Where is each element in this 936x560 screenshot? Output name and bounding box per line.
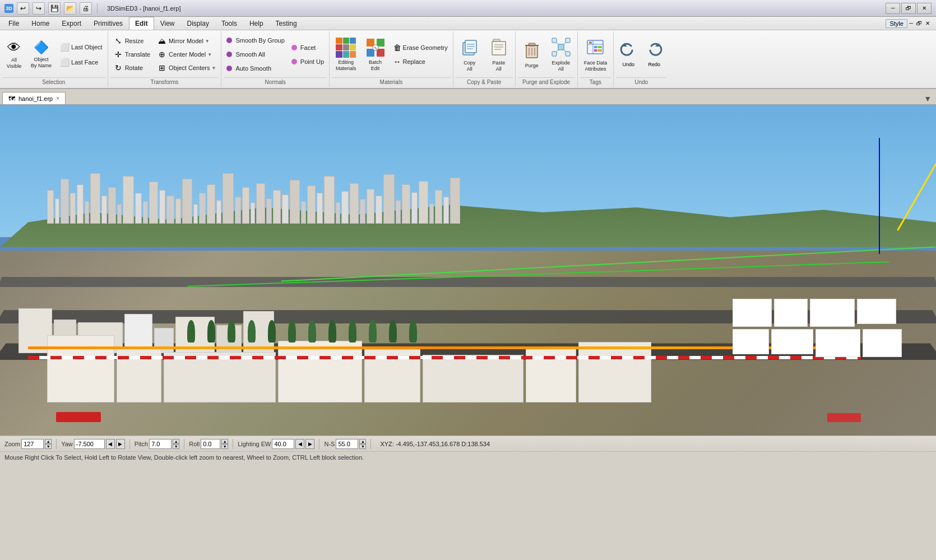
pitch-label: Pitch bbox=[135, 441, 148, 447]
undo-btn[interactable]: Undo bbox=[616, 33, 641, 76]
save-btn[interactable]: 💾 bbox=[48, 2, 61, 15]
orange-barrier bbox=[28, 346, 842, 349]
copy-all-btn[interactable]: CopyAll bbox=[456, 33, 484, 76]
facet-label: Facet bbox=[300, 44, 316, 51]
ns-input[interactable] bbox=[336, 439, 358, 449]
editing-materials-btn[interactable]: EditingMaterials bbox=[332, 33, 360, 76]
menu-primitives[interactable]: Primitives bbox=[87, 17, 129, 30]
facet-icon bbox=[291, 45, 297, 50]
menu-help[interactable]: Help bbox=[243, 17, 270, 30]
purge-btn[interactable]: Purge bbox=[518, 33, 546, 76]
smooth-by-group-icon bbox=[226, 38, 232, 43]
print-btn[interactable]: 🖨 bbox=[80, 2, 92, 15]
viewport[interactable] bbox=[0, 105, 936, 436]
back-btn[interactable]: ↩ bbox=[17, 2, 29, 15]
object-by-name-label: ObjectBy Name bbox=[31, 57, 52, 69]
last-face-icon: ⬜ bbox=[59, 58, 69, 67]
minimize-btn[interactable]: ─ bbox=[886, 3, 900, 14]
tab-close-btn[interactable]: × bbox=[56, 95, 59, 101]
transforms-group-label: Transforms bbox=[110, 77, 219, 86]
open-btn[interactable]: 📂 bbox=[64, 2, 76, 15]
style-restore[interactable]: 🗗 bbox=[915, 20, 924, 26]
style-minimize[interactable]: ─ bbox=[907, 20, 915, 26]
far-city bbox=[47, 164, 889, 224]
pitch-down[interactable]: ▼ bbox=[173, 444, 179, 449]
status-bar: Zoom ▲ ▼ Yaw ◀ ▶ Pitch ▲ ▼ Roll ▲ ▼ Ligh… bbox=[0, 436, 936, 451]
tags-group-label: Tags bbox=[580, 77, 611, 86]
pitch-input[interactable] bbox=[149, 439, 172, 449]
style-btn[interactable]: Style bbox=[886, 19, 907, 28]
roll-up[interactable]: ▲ bbox=[221, 439, 228, 444]
svg-rect-26 bbox=[566, 52, 570, 56]
translate-btn[interactable]: ✛ Translate bbox=[110, 48, 153, 61]
doc-tab[interactable]: 🗺 hanoi_f1.erp × bbox=[2, 92, 66, 104]
last-object-btn[interactable]: ⬜ Last Object bbox=[57, 40, 105, 53]
style-close[interactable]: ✕ bbox=[924, 20, 932, 26]
purge-label: Purge bbox=[525, 63, 539, 69]
mirror-label: Mirror Model bbox=[169, 38, 203, 44]
batch-edit-btn[interactable]: ✎ BatchEdit bbox=[362, 33, 390, 76]
menu-file[interactable]: File bbox=[2, 17, 25, 30]
zoom-field: Zoom ▲ ▼ bbox=[4, 439, 52, 449]
point-up-icon bbox=[291, 59, 297, 64]
yaw-input[interactable] bbox=[74, 439, 105, 449]
zoom-input[interactable] bbox=[21, 439, 44, 449]
rotate-btn[interactable]: ↻ Rotate bbox=[110, 62, 153, 75]
erase-geometry-btn[interactable]: 🗑 Erase Geometry bbox=[391, 41, 451, 54]
redo-btn[interactable]: Redo bbox=[642, 33, 666, 76]
all-visible-label: All Visible bbox=[7, 57, 21, 70]
smooth-all-btn[interactable]: Smooth All bbox=[224, 48, 287, 61]
auto-smooth-btn[interactable]: Auto Smooth bbox=[224, 62, 287, 75]
facet-btn[interactable]: Facet bbox=[289, 41, 327, 54]
transforms-col2: ⛰ Mirror Model ▼ ⊕ Center Model ▼ ⊞ Obje… bbox=[154, 33, 219, 76]
tab-bar: 🗺 hanoi_f1.erp × ▼ bbox=[0, 89, 936, 105]
ribbon-group-copypaste: CopyAll PasteAll Copy & Paste bbox=[453, 31, 516, 87]
roll-input[interactable] bbox=[201, 439, 220, 449]
object-by-name-btn[interactable]: 🔷 ObjectBy Name bbox=[27, 33, 55, 76]
tab-dropdown-btn[interactable]: ▼ bbox=[921, 93, 934, 104]
menu-bar: File Home Export Primitives Edit View Di… bbox=[0, 17, 936, 30]
last-face-btn[interactable]: ⬜ Last Face bbox=[57, 55, 105, 68]
replace-btn[interactable]: ↔ Replace bbox=[391, 55, 451, 68]
lighting-field: Lighting EW ◀ ▶ bbox=[238, 439, 314, 449]
yaw-next[interactable]: ▶ bbox=[116, 439, 125, 449]
menu-home[interactable]: Home bbox=[25, 17, 55, 30]
svg-rect-35 bbox=[594, 46, 597, 48]
ns-down[interactable]: ▼ bbox=[359, 444, 366, 449]
explode-all-label: ExplodeAll bbox=[552, 60, 570, 72]
pitch-up[interactable]: ▲ bbox=[173, 439, 179, 444]
zoom-up[interactable]: ▲ bbox=[45, 439, 52, 444]
menu-export[interactable]: Export bbox=[55, 17, 87, 30]
svg-rect-37 bbox=[594, 49, 597, 52]
forward-btn[interactable]: ↪ bbox=[33, 2, 45, 15]
lighting-next[interactable]: ▶ bbox=[305, 439, 314, 449]
translate-icon: ✛ bbox=[113, 50, 123, 59]
paste-all-btn[interactable]: PasteAll bbox=[485, 33, 513, 76]
yaw-prev[interactable]: ◀ bbox=[106, 439, 115, 449]
menu-view[interactable]: View bbox=[154, 17, 181, 30]
menu-tools[interactable]: Tools bbox=[215, 17, 243, 30]
menu-display[interactable]: Display bbox=[181, 17, 215, 30]
restore-btn[interactable]: 🗗 bbox=[901, 3, 916, 14]
close-btn[interactable]: ✕ bbox=[917, 3, 932, 14]
lighting-input[interactable] bbox=[272, 439, 294, 449]
erase-geometry-label: Erase Geometry bbox=[403, 44, 448, 51]
menu-testing[interactable]: Testing bbox=[270, 17, 303, 30]
center-model-btn[interactable]: ⊕ Center Model ▼ bbox=[154, 48, 219, 61]
materials-group-label: Materials bbox=[332, 77, 451, 86]
resize-btn[interactable]: ⤡ Resize bbox=[110, 35, 153, 48]
smooth-by-group-btn[interactable]: Smooth By Group bbox=[224, 34, 287, 47]
face-data-attributes-btn[interactable]: Face DataAttributes bbox=[580, 33, 611, 76]
zoom-down[interactable]: ▼ bbox=[45, 444, 52, 449]
mirror-model-btn[interactable]: ⛰ Mirror Model ▼ bbox=[154, 35, 219, 48]
explode-all-btn[interactable]: ExplodeAll bbox=[547, 33, 575, 76]
pitch-field: Pitch ▲ ▼ bbox=[135, 439, 179, 449]
ns-up[interactable]: ▲ bbox=[359, 439, 366, 444]
menu-edit[interactable]: Edit bbox=[129, 17, 154, 30]
point-up-btn[interactable]: Point Up bbox=[289, 55, 327, 68]
object-centers-btn[interactable]: ⊞ Object Centers ▼ bbox=[154, 62, 219, 75]
all-visible-btn[interactable]: 👁 All Visible bbox=[2, 33, 26, 76]
ribbon-group-tags: Face DataAttributes Tags bbox=[578, 31, 614, 87]
roll-down[interactable]: ▼ bbox=[221, 444, 228, 449]
lighting-prev[interactable]: ◀ bbox=[295, 439, 304, 449]
